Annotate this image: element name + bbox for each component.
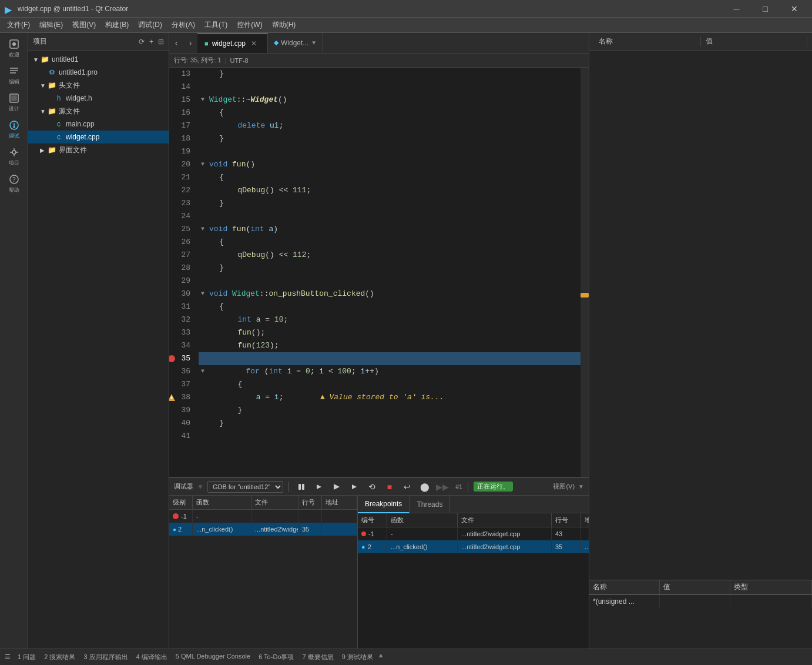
filter-icon[interactable]: ⊟: [158, 38, 164, 46]
step-out-button[interactable]: [347, 480, 361, 494]
hamburger-icon[interactable]: ☰: [5, 653, 11, 661]
cell-addr: [322, 510, 357, 523]
code-line-18: }: [199, 132, 589, 145]
menu-bar: 文件(F)编辑(E)视图(V)构建(B)调试(D)分析(A)工具(T)控件(W)…: [0, 18, 812, 33]
tree-item-root[interactable]: ▼ 📁 untitled1: [28, 53, 169, 66]
menu-item-w[interactable]: 控件(W): [232, 18, 267, 32]
var-row-1[interactable]: *(unsigned ...: [589, 595, 812, 608]
tree-item-widget-cpp[interactable]: c widget.cpp: [28, 131, 169, 143]
stack-row-1[interactable]: -1 -: [169, 510, 357, 523]
code-line-29: [199, 275, 589, 288]
line-30: 30: [169, 288, 194, 300]
code-line-21: {: [199, 171, 589, 184]
editor-tab-widget-cpp[interactable]: ■ widget.cpp ✕: [197, 33, 268, 53]
code-content[interactable]: } ▼Widget::~Widget() { delete ui; } ▼voi…: [199, 68, 589, 477]
restart-button[interactable]: ⟲: [365, 480, 379, 494]
breakpoints-tab[interactable]: Breakpoints: [358, 496, 410, 513]
file-tree: 项目 ⟳ + ⊟ ▼ 📁 untitled1 ⚙ untitled1.pro: [28, 33, 169, 665]
thread-indicator-span: #1: [455, 483, 462, 490]
watch-name-col: 名称: [594, 36, 701, 46]
menu-item-d[interactable]: 调试(D): [133, 18, 167, 32]
close-button[interactable]: ✕: [781, 0, 807, 18]
tree-item-widget-h[interactable]: h widget.h: [28, 92, 169, 105]
bp-col-file: 文件: [458, 513, 552, 527]
stack-row-2[interactable]: ●2 ...n_clicked() ...ntitled2\widget.cpp…: [169, 523, 357, 536]
tab-prev-button[interactable]: ‹: [169, 33, 183, 53]
status-tab-7[interactable]: 7 概要信息: [298, 651, 338, 663]
step-into-button[interactable]: [330, 480, 344, 494]
sidebar-item-design[interactable]: 设计: [1, 89, 27, 115]
status-tab-5qmldebuggerconsole[interactable]: 5 QML Debugger Console: [172, 651, 255, 663]
main-layout: 欢迎 编辑 设计 调试 项目 ? 帮助 项目 ⟳ + ⊟: [0, 33, 812, 665]
status-tab-4[interactable]: 4 编译输出: [133, 651, 172, 663]
sidebar-item-project[interactable]: 项目: [1, 143, 27, 169]
code-editor[interactable]: 13 14 15 16 17 18 19 20 21 22 23 24 25 2…: [169, 68, 589, 477]
line-26: 26: [169, 236, 194, 249]
add-icon[interactable]: +: [149, 38, 153, 46]
stop-button[interactable]: ■: [382, 480, 397, 494]
tree-label: widget.h: [66, 94, 92, 102]
menu-item-t[interactable]: 工具(T): [200, 18, 232, 32]
code-line-20: ▼void fun(): [199, 158, 589, 171]
return-button[interactable]: ↩: [400, 480, 414, 494]
code-line-23: }: [199, 197, 589, 210]
status-tab-6todo[interactable]: 6 To-Do事项: [255, 651, 298, 663]
tree-item-sources[interactable]: ▼ 📁 源文件: [28, 105, 169, 118]
bp-row-1[interactable]: -1 - ...ntitled2\widget.cpp 43: [358, 527, 589, 540]
status-tab-2[interactable]: 2 搜索结果: [41, 651, 80, 663]
code-line-19: [199, 145, 589, 158]
menu-item-f[interactable]: 文件(F): [2, 18, 35, 32]
menu-item-v[interactable]: 视图(V): [68, 18, 100, 32]
bp-cell-num: ●2: [358, 540, 387, 553]
tab-next-button[interactable]: ›: [183, 33, 197, 53]
sidebar-icons: 欢迎 编辑 设计 调试 项目 ? 帮助: [0, 33, 28, 665]
code-line-24: [199, 210, 589, 223]
tree-item-pro[interactable]: ⚙ untitled1.pro: [28, 66, 169, 79]
sidebar-item-debug[interactable]: 调试: [1, 116, 27, 142]
bp-cell-line: 35: [552, 540, 581, 553]
sidebar-label-help: 帮助: [9, 186, 19, 194]
sidebar-label-edit: 编辑: [9, 78, 19, 86]
tree-item-headers[interactable]: ▼ 📁 头文件: [28, 79, 169, 92]
code-line-37: {: [199, 378, 589, 391]
menu-item-a[interactable]: 分析(A): [167, 18, 200, 32]
continue-button[interactable]: [294, 480, 308, 494]
svg-rect-18: [302, 484, 304, 490]
gdb-session-select[interactable]: GDB for "untitled12": [207, 481, 283, 493]
status-tab-3[interactable]: 3 应用程序输出: [80, 651, 132, 663]
bp-row-2[interactable]: ●2 ...n_clicked() ...ntitled2\widget.cpp…: [358, 540, 589, 553]
code-line-26: {: [199, 236, 589, 249]
secondary-tab[interactable]: ◆ Widget... ▼: [268, 33, 323, 53]
code-line-33: fun();: [199, 326, 589, 339]
breakpoint-button[interactable]: ⬤: [418, 480, 432, 494]
line-13: 13: [169, 68, 194, 81]
step-disabled: ▶▶: [435, 480, 449, 494]
line-17: 17: [169, 119, 194, 132]
menu-item-e[interactable]: 编辑(E): [35, 18, 68, 32]
status-tab-9[interactable]: 9 测试结果: [338, 651, 378, 663]
tree-item-ui[interactable]: ▶ 📁 界面文件: [28, 143, 169, 156]
expand-status-arrow[interactable]: ▲: [378, 651, 384, 663]
menu-item-b[interactable]: 构建(B): [100, 18, 133, 32]
debug-toolbar: 调试器 ▼ GDB for "untitled12": [169, 478, 589, 496]
sidebar-label-welcome: 欢迎: [9, 51, 19, 59]
threads-tab[interactable]: Threads: [410, 496, 450, 513]
sidebar-item-help[interactable]: ? 帮助: [1, 171, 27, 196]
file-tree-title: 项目: [33, 36, 47, 46]
menu-item-h[interactable]: 帮助(H): [267, 18, 301, 32]
tree-label: 界面文件: [59, 145, 87, 155]
view-label[interactable]: 视图(V): [553, 482, 575, 491]
sidebar-item-edit[interactable]: 编辑: [1, 62, 27, 88]
stack-col-header: 级别 函数 文件 行号 地址: [169, 496, 357, 510]
sync-icon[interactable]: ⟳: [139, 38, 145, 46]
watch-area: [589, 51, 812, 580]
minimize-button[interactable]: ─: [723, 0, 750, 18]
line-39: 39: [169, 404, 194, 417]
status-tab-1[interactable]: 1 问题: [14, 651, 41, 663]
tab-close-button[interactable]: ✕: [249, 39, 259, 48]
tree-item-main-cpp[interactable]: c main.cpp: [28, 118, 169, 131]
sidebar-item-welcome[interactable]: 欢迎: [1, 35, 27, 61]
line-28: 28: [169, 262, 194, 275]
maximize-button[interactable]: □: [752, 0, 779, 18]
step-over-button[interactable]: [312, 480, 326, 494]
